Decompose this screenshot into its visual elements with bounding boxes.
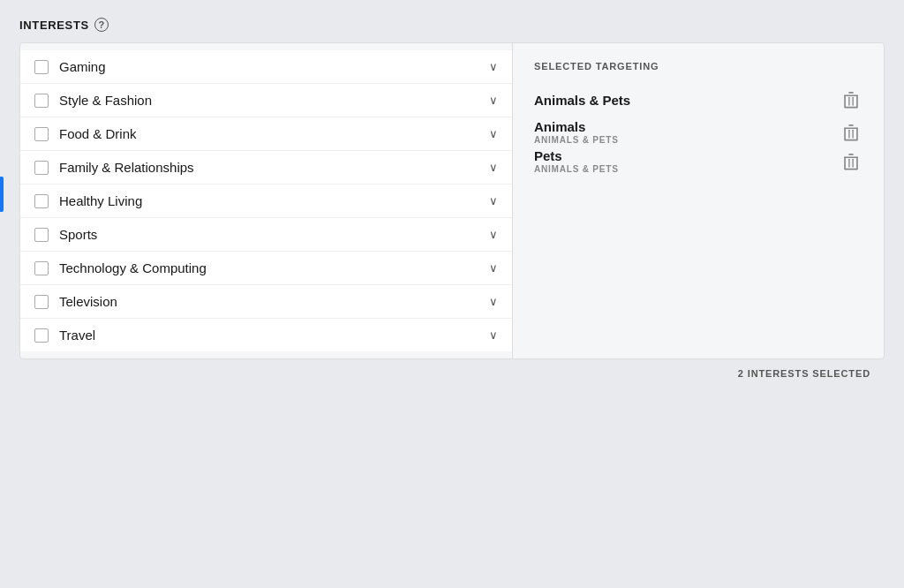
checkbox-family-relationships[interactable]	[34, 161, 49, 175]
subcategory-info-pets: PetsANIMALS & PETS	[534, 148, 619, 174]
targeting-subcategory-row-animals: AnimalsANIMALS & PETS	[534, 119, 863, 145]
delete-subcategory-pets[interactable]	[840, 149, 863, 174]
selected-targeting-title: SELECTED TARGETING	[534, 61, 863, 72]
right-panel: SELECTED TARGETING Animals & Pets Animal…	[513, 43, 884, 358]
interest-label-gaming: Gaming	[59, 59, 482, 74]
page-wrapper: INTERESTS ? Gaming∨Style & Fashion∨Food …	[19, 18, 885, 388]
svg-rect-19	[848, 158, 849, 167]
delete-category-animals-pets-top[interactable]	[840, 87, 863, 112]
svg-rect-5	[848, 97, 849, 106]
svg-rect-3	[856, 94, 858, 107]
chevron-icon-television: ∨	[489, 295, 498, 308]
svg-rect-10	[856, 127, 858, 139]
targeting-category-name-animals-pets-top: Animals & Pets	[534, 93, 630, 108]
help-icon[interactable]: ?	[94, 18, 109, 32]
interest-item-food-drink[interactable]: Food & Drink∨	[20, 117, 512, 151]
subcategory-parent-animals: ANIMALS & PETS	[534, 135, 619, 145]
svg-rect-13	[852, 129, 853, 138]
svg-rect-16	[844, 156, 846, 169]
section-header: INTERESTS ?	[19, 18, 885, 32]
checkbox-sports[interactable]	[34, 228, 49, 242]
interest-item-gaming[interactable]: Gaming∨	[20, 50, 512, 84]
interests-container: Gaming∨Style & Fashion∨Food & Drink∨Fami…	[19, 42, 885, 359]
checkbox-gaming[interactable]	[34, 60, 49, 74]
chevron-icon-travel: ∨	[489, 328, 498, 342]
delete-subcategory-animals[interactable]	[840, 120, 863, 145]
interest-label-healthy-living: Healthy Living	[59, 193, 482, 208]
svg-rect-18	[844, 168, 858, 170]
chevron-icon-healthy-living: ∨	[489, 194, 498, 207]
interest-label-television: Television	[59, 294, 482, 309]
interests-selected-count: 2 INTERESTS SELECTED	[738, 368, 870, 379]
chevron-icon-sports: ∨	[489, 228, 498, 241]
svg-rect-6	[852, 97, 853, 106]
chevron-icon-technology-computing: ∨	[489, 261, 498, 275]
svg-rect-17	[856, 156, 858, 169]
section-title: INTERESTS	[19, 19, 89, 32]
svg-rect-0	[844, 94, 858, 96]
svg-rect-11	[844, 139, 858, 140]
chevron-icon-food-drink: ∨	[489, 127, 498, 140]
svg-rect-9	[844, 127, 846, 139]
interest-item-sports[interactable]: Sports∨	[20, 218, 512, 252]
subcategory-parent-pets: ANIMALS & PETS	[534, 164, 619, 174]
checkbox-technology-computing[interactable]	[34, 261, 49, 275]
interest-label-family-relationships: Family & Relationships	[59, 160, 482, 175]
svg-rect-15	[848, 154, 854, 155]
svg-rect-12	[848, 129, 849, 138]
targeting-category-row-animals-pets-top: Animals & Pets	[534, 87, 863, 112]
subcategory-name-pets: Pets	[534, 148, 619, 163]
interest-label-technology-computing: Technology & Computing	[59, 260, 482, 275]
svg-rect-20	[852, 158, 853, 167]
subcategory-info-animals: AnimalsANIMALS & PETS	[534, 119, 619, 145]
checkbox-style-fashion[interactable]	[34, 94, 49, 108]
svg-rect-4	[844, 107, 858, 109]
interest-label-sports: Sports	[59, 227, 482, 242]
checkbox-food-drink[interactable]	[34, 127, 49, 141]
checkbox-television[interactable]	[34, 295, 49, 309]
interest-item-family-relationships[interactable]: Family & Relationships∨	[20, 151, 512, 185]
interest-item-style-fashion[interactable]: Style & Fashion∨	[20, 84, 512, 117]
interest-item-travel[interactable]: Travel∨	[20, 319, 512, 351]
left-panel: Gaming∨Style & Fashion∨Food & Drink∨Fami…	[20, 43, 513, 358]
interest-label-style-fashion: Style & Fashion	[59, 93, 482, 108]
checkbox-travel[interactable]	[34, 328, 49, 343]
checkbox-healthy-living[interactable]	[34, 194, 49, 208]
svg-rect-7	[844, 127, 858, 129]
svg-rect-1	[848, 92, 854, 94]
chevron-icon-gaming: ∨	[489, 60, 498, 73]
interest-item-television[interactable]: Television∨	[20, 285, 512, 319]
svg-rect-14	[844, 156, 858, 158]
subcategory-name-animals: Animals	[534, 119, 619, 134]
svg-rect-8	[848, 124, 854, 126]
interest-label-food-drink: Food & Drink	[59, 126, 482, 141]
targeting-subcategory-row-pets: PetsANIMALS & PETS	[534, 148, 863, 174]
chevron-icon-family-relationships: ∨	[489, 161, 498, 174]
interest-item-healthy-living[interactable]: Healthy Living∨	[20, 185, 512, 218]
chevron-icon-style-fashion: ∨	[489, 94, 498, 107]
interest-item-technology-computing[interactable]: Technology & Computing∨	[20, 252, 512, 285]
sidebar-indicator	[0, 177, 4, 212]
bottom-bar: 2 INTERESTS SELECTED	[19, 359, 885, 388]
interest-label-travel: Travel	[59, 328, 482, 343]
svg-rect-2	[844, 94, 846, 107]
